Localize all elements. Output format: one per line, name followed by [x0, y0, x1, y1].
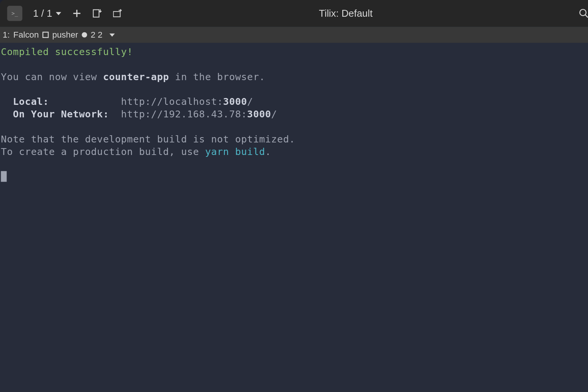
session-counter-dropdown[interactable]: 1 / 1	[33, 8, 61, 19]
chevron-down-icon	[56, 12, 61, 15]
local-label: Local:	[1, 96, 121, 107]
session-counter-label: 1 / 1	[33, 8, 52, 19]
window-title: Tilix: Default	[319, 8, 373, 19]
note1: Note that the development build is not o…	[1, 133, 295, 144]
svg-rect-1	[113, 11, 120, 17]
chevron-down-icon[interactable]	[110, 33, 115, 36]
square-icon	[43, 32, 49, 38]
terminal-output[interactable]: Compiled successfully! You can now view …	[0, 43, 588, 392]
note2-cmd: yarn build	[205, 146, 265, 157]
network-url-post: /	[271, 108, 277, 119]
network-label: On Your Network:	[1, 108, 121, 119]
svg-point-2	[580, 9, 586, 16]
local-url-post: /	[247, 96, 253, 107]
terminal-tab-bar: 1: Falcon pusher 2 2	[0, 27, 588, 43]
add-terminal-down-button[interactable]	[92, 8, 102, 18]
note2-pre: To create a production build, use	[1, 146, 205, 157]
app-name: counter-app	[103, 71, 169, 82]
local-port: 3000	[223, 96, 247, 107]
title-bar: >_ 1 / 1 Tilix: Default	[0, 0, 588, 27]
tab-host: Falcon	[13, 30, 39, 40]
view-pre: You can now view	[1, 71, 103, 82]
network-url-pre: http://192.168.43.78:	[121, 108, 247, 119]
svg-rect-0	[93, 10, 99, 17]
tab-numbers: 2 2	[91, 30, 103, 40]
tab-project: pusher	[52, 30, 78, 40]
app-icon: >_	[7, 6, 22, 21]
local-url-pre: http://localhost:	[121, 96, 223, 107]
tab-index: 1:	[3, 30, 10, 40]
terminal-cursor	[1, 171, 6, 182]
network-port: 3000	[247, 108, 271, 119]
search-button[interactable]	[579, 8, 588, 18]
compiled-line: Compiled successfully!	[1, 46, 133, 57]
terminal-tab[interactable]: 1: Falcon pusher 2 2	[3, 30, 115, 40]
circle-icon	[82, 32, 87, 38]
note2-post: .	[265, 146, 271, 157]
view-post: in the browser.	[169, 71, 265, 82]
add-terminal-right-button[interactable]	[113, 8, 123, 18]
add-session-button[interactable]	[72, 8, 82, 18]
